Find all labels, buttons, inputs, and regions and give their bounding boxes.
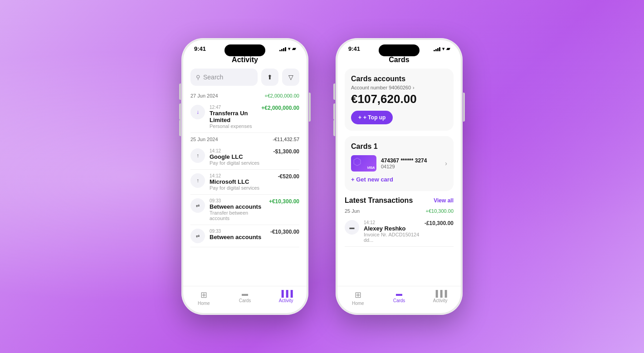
search-bar[interactable]: ⚲ Search <box>190 69 258 86</box>
status-icons-left: ▾ ▰ <box>279 46 296 52</box>
cards-account-section: Cards accounts Account number 94060260 ›… <box>345 69 454 131</box>
tx-name-between-2: Between accounts <box>210 234 266 240</box>
transaction-microsoft[interactable]: ↑ 14:12 Microsoft LLC Pay for digital se… <box>190 170 299 195</box>
card-tx-icon: ▬ <box>350 225 355 230</box>
top-up-label: + Top up <box>363 114 385 121</box>
up-arrow-icon: ↑ <box>196 152 199 159</box>
tx-amount-between-1: +€10,300.00 <box>269 198 299 205</box>
transaction-transferra[interactable]: ↓ 12:47 Transferra Un Limited Personal e… <box>190 101 299 133</box>
cards-list-section: Cards 1 VISA 474367 ****** 3274 04129 › … <box>345 136 454 191</box>
nav-home-right[interactable]: ⊞ Home <box>337 290 379 306</box>
up-arrow-icon-2: ↑ <box>196 177 199 184</box>
battery-icon-right: ▰ <box>446 46 450 52</box>
down-arrow-icon: ↓ <box>196 109 199 115</box>
credit-card-item[interactable]: VISA 474367 ****** 3274 04129 › <box>351 155 447 172</box>
tx-details-between-2: 09:33 Between accounts <box>210 229 266 240</box>
latest-tx-title: Latest Transactions <box>345 196 413 205</box>
share-button[interactable]: ⬆ <box>261 69 278 86</box>
nav-activity-right[interactable]: ▐▐▐ Activity <box>420 290 461 306</box>
tx-name-google: Google LLC <box>210 153 269 160</box>
nav-label-home-left: Home <box>198 301 210 306</box>
card-info: 474367 ****** 3274 04129 <box>381 157 440 169</box>
tx-time-alexey: 14:12 <box>364 220 420 225</box>
tx-alexey[interactable]: ▬ 14:12 Alexey Reshko Invoice Nr. ADCD15… <box>345 216 454 247</box>
tx-sub-microsoft: Pay for digital services <box>210 185 273 191</box>
tx-icon-alexey: ▬ <box>345 220 359 235</box>
tx-sub-alexey: Invoice Nr. ADCD150124 dd... <box>364 232 420 243</box>
transaction-google[interactable]: ↑ 14:12 Google LLC Pay for digital servi… <box>190 145 299 170</box>
transfer-icon-2: ⇄ <box>196 234 200 239</box>
account-balance: €107,620.00 <box>351 92 447 106</box>
get-new-card-row[interactable]: + Get new card <box>351 172 447 185</box>
transfer-icon: ⇄ <box>196 203 200 208</box>
chevron-card: › <box>445 160 447 167</box>
status-icons-right: ▾ ▰ <box>434 46 450 52</box>
tx-name-microsoft: Microsoft LLC <box>210 178 273 185</box>
nav-label-activity-right: Activity <box>433 298 448 303</box>
nav-label-cards-right: Cards <box>393 298 405 303</box>
search-icon: ⚲ <box>196 74 200 81</box>
date-section-2: 25 Jun 2024 -€11,432.57 <box>190 137 299 142</box>
date-section-1: 27 Jun 2024 +€2,000,000.00 <box>190 93 299 98</box>
tx-name-alexey: Alexey Reshko <box>364 225 420 232</box>
activity-content: ⚲ Search ⬆ ▽ 27 Jun 2024 +€2,000,000.00 … <box>183 69 307 286</box>
transaction-between-1[interactable]: ⇄ 09:33 Between accounts Transfer betwee… <box>190 195 299 225</box>
wifi-icon-left: ▾ <box>288 46 290 51</box>
top-up-button[interactable]: + + Top up <box>351 111 393 124</box>
tx-amount-alexey: -£10,300.00 <box>424 220 454 226</box>
tx-time-between-1: 09:33 <box>210 198 264 203</box>
nav-label-activity-left: Activity <box>279 298 293 303</box>
status-time-right: 9:41 <box>348 45 360 52</box>
card-number: 474367 ****** 3274 <box>381 157 440 164</box>
nav-label-cards-left: Cards <box>239 298 251 303</box>
filter-button[interactable]: ▽ <box>282 69 299 86</box>
activity-icon-right: ▐▐▐ <box>434 290 447 297</box>
tx-icon-down: ↓ <box>190 105 205 119</box>
tx-amount-microsoft: -€520.00 <box>278 173 299 180</box>
home-icon-right: ⊞ <box>355 290 361 300</box>
view-all-link[interactable]: View all <box>434 197 454 204</box>
nav-home-left[interactable]: ⊞ Home <box>183 290 224 306</box>
get-new-card-label: + Get new card <box>351 176 393 183</box>
tx-sub-google: Pay for digital services <box>210 160 269 166</box>
tx-time-google: 14:12 <box>210 148 269 153</box>
cards-icon-left: ▬ <box>242 290 248 297</box>
battery-icon-left: ▰ <box>292 46 296 52</box>
tx-details-google: 14:12 Google LLC Pay for digital service… <box>210 148 269 166</box>
search-placeholder: Search <box>203 74 223 81</box>
tx-amount-google: -$1,300.00 <box>273 148 299 155</box>
cards-account-title: Cards accounts <box>351 75 447 83</box>
date-label-1: 27 Jun 2024 <box>190 93 218 98</box>
nav-label-home-right: Home <box>352 301 364 306</box>
tx-icon-microsoft: ↑ <box>190 173 205 188</box>
latest-date-row: 25 Jun +€10,300.00 <box>345 208 454 214</box>
phone-right: 9:41 ▾ ▰ Cards Cards accounts Account nu… <box>336 38 463 315</box>
chevron-account: › <box>413 85 415 90</box>
account-number-text: Account number 94060260 <box>351 85 411 90</box>
filter-icon: ▽ <box>288 74 293 81</box>
dynamic-island-left <box>224 44 265 56</box>
nav-activity-left[interactable]: ▐▐▐ Activity <box>265 290 307 306</box>
date-total-2: -€11,432.57 <box>273 137 299 142</box>
tx-name-transferra: Transferra Un Limited <box>210 110 257 123</box>
cards-content: Cards accounts Account number 94060260 ›… <box>337 69 461 286</box>
tx-details-alexey: 14:12 Alexey Reshko Invoice Nr. ADCD1501… <box>364 220 420 243</box>
nav-cards-right[interactable]: ▬ Cards <box>379 290 420 306</box>
plus-icon: + <box>358 114 361 121</box>
tx-icon-between-1: ⇄ <box>190 198 205 213</box>
tx-details-transferra: 12:47 Transferra Un Limited Personal exp… <box>210 105 257 129</box>
cards-icon-right: ▬ <box>396 290 402 297</box>
visa-logo: VISA <box>367 166 375 170</box>
share-icon: ⬆ <box>267 74 273 81</box>
nav-cards-left[interactable]: ▬ Cards <box>224 290 266 306</box>
tx-time-microsoft: 14:12 <box>210 173 273 178</box>
latest-transactions-section: Latest Transactions View all 25 Jun +€10… <box>345 196 454 247</box>
date-label-2: 25 Jun 2024 <box>190 137 218 142</box>
tx-amount-between-2: -€10,300.00 <box>270 229 299 235</box>
date-total-1: +€2,000,000.00 <box>264 93 299 98</box>
bottom-nav-right: ⊞ Home ▬ Cards ▐▐▐ Activity <box>337 286 461 313</box>
account-number-row[interactable]: Account number 94060260 › <box>351 85 447 90</box>
phone-left: 9:41 ▾ ▰ Activity ⚲ Search <box>181 38 308 315</box>
transaction-between-2[interactable]: ⇄ 09:33 Between accounts -€10,300.00 <box>190 225 299 247</box>
tx-icon-google: ↑ <box>190 148 205 163</box>
